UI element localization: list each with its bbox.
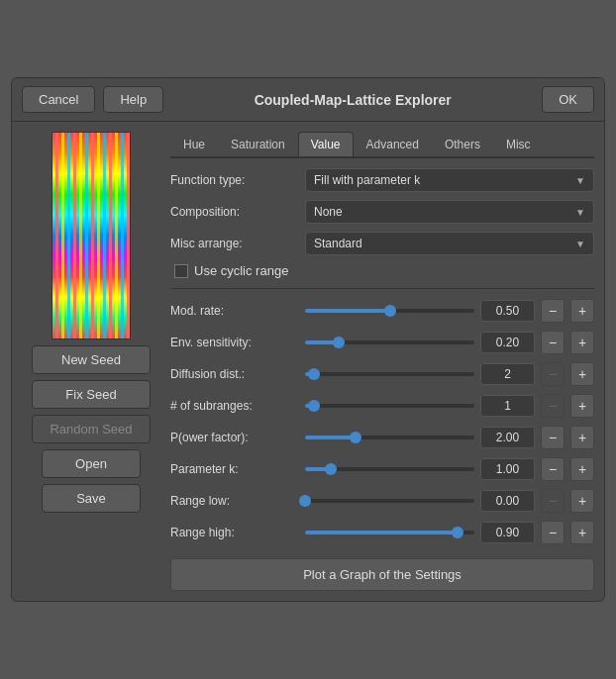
plot-button[interactable]: Plot a Graph of the Settings	[170, 558, 594, 591]
divider-1	[170, 288, 594, 289]
range-high-input[interactable]	[480, 522, 535, 543]
power-factor-input[interactable]	[480, 427, 535, 448]
composition-arrow: ▼	[575, 207, 585, 218]
titlebar: Cancel Help Coupled-Map-Lattice Explorer…	[12, 78, 604, 122]
mod-rate-fill	[305, 309, 390, 313]
range-high-slider-container	[305, 531, 474, 534]
help-button[interactable]: Help	[103, 86, 163, 113]
range-high-minus[interactable]: −	[541, 521, 565, 544]
function-type-dropdown[interactable]: Fill with parameter k ▼	[305, 168, 594, 192]
power-factor-label: P(ower factor):	[170, 431, 299, 444]
subranges-thumb[interactable]	[308, 400, 320, 412]
range-low-input[interactable]	[480, 490, 535, 512]
mod-rate-slider[interactable]	[305, 309, 474, 313]
range-low-row: Range low: − +	[170, 489, 594, 513]
range-low-thumb[interactable]	[299, 495, 311, 507]
parameter-k-minus[interactable]: −	[541, 457, 565, 481]
tab-others[interactable]: Others	[432, 132, 493, 156]
misc-arrange-value: Standard	[314, 237, 362, 250]
ok-button[interactable]: OK	[542, 86, 594, 113]
env-sensitivity-label: Env. sensitivity:	[170, 336, 299, 349]
env-sensitivity-plus[interactable]: +	[570, 331, 594, 354]
power-factor-plus[interactable]: +	[570, 426, 594, 449]
range-high-plus[interactable]: +	[570, 521, 594, 544]
tab-misc[interactable]: Misc	[493, 132, 544, 156]
function-type-row: Function type: Fill with parameter k ▼	[170, 168, 594, 192]
subranges-minus[interactable]: −	[541, 394, 565, 418]
tab-hue[interactable]: Hue	[170, 132, 218, 156]
function-type-value: Fill with parameter k	[314, 173, 420, 187]
open-button[interactable]: Open	[42, 449, 141, 478]
mod-rate-row: Mod. rate: − +	[170, 299, 594, 323]
diffusion-dist-label: Diffusion dist.:	[170, 367, 299, 381]
new-seed-button[interactable]: New Seed	[32, 345, 151, 374]
subranges-slider[interactable]	[305, 404, 474, 408]
cancel-button[interactable]: Cancel	[22, 86, 95, 113]
misc-arrange-arrow: ▼	[575, 239, 585, 249]
env-sensitivity-thumb[interactable]	[333, 337, 345, 348]
main-window: Cancel Help Coupled-Map-Lattice Explorer…	[11, 77, 605, 602]
mod-rate-label: Mod. rate:	[170, 304, 299, 318]
mod-rate-slider-container	[305, 309, 474, 313]
cyclic-range-checkbox[interactable]	[174, 264, 188, 278]
mod-rate-minus[interactable]: −	[541, 299, 565, 323]
range-high-slider[interactable]	[305, 531, 474, 534]
range-high-label: Range high:	[170, 526, 299, 539]
composition-dropdown[interactable]: None ▼	[305, 200, 594, 224]
cyclic-range-row: Use cyclic range	[170, 263, 594, 278]
range-low-label: Range low:	[170, 494, 299, 508]
save-button[interactable]: Save	[42, 484, 141, 513]
mod-rate-input[interactable]	[480, 300, 535, 322]
parameter-k-plus[interactable]: +	[570, 457, 594, 481]
env-sensitivity-minus[interactable]: −	[541, 331, 565, 354]
composition-value: None	[314, 205, 343, 219]
subranges-plus[interactable]: +	[570, 394, 594, 418]
preview-image	[51, 132, 131, 340]
window-title: Coupled-Map-Lattice Explorer	[171, 92, 534, 108]
parameter-k-slider[interactable]	[305, 467, 474, 471]
random-seed-button[interactable]: Random Seed	[32, 415, 151, 443]
fix-seed-button[interactable]: Fix Seed	[32, 380, 151, 409]
range-low-plus[interactable]: +	[570, 489, 594, 513]
parameter-k-thumb[interactable]	[325, 463, 337, 475]
diffusion-dist-slider-container	[305, 372, 474, 376]
tabs-container: Hue Saturation Value Advanced Others Mis…	[170, 132, 594, 158]
function-type-label: Function type:	[170, 173, 299, 187]
tab-advanced[interactable]: Advanced	[354, 132, 432, 156]
env-sensitivity-slider-container	[305, 340, 474, 344]
range-high-row: Range high: − +	[170, 521, 594, 544]
diffusion-dist-thumb[interactable]	[308, 368, 320, 380]
misc-arrange-dropdown[interactable]: Standard ▼	[305, 232, 594, 255]
env-sensitivity-slider[interactable]	[305, 340, 474, 344]
range-high-thumb[interactable]	[452, 527, 463, 538]
power-factor-fill	[305, 436, 356, 439]
power-factor-slider[interactable]	[305, 436, 474, 439]
diffusion-dist-minus[interactable]: −	[541, 362, 565, 386]
cyclic-range-label: Use cyclic range	[194, 263, 288, 278]
composition-label: Composition:	[170, 205, 299, 219]
parameter-k-label: Parameter k:	[170, 462, 299, 476]
content-area: New Seed Fix Seed Random Seed Open Save …	[12, 122, 604, 601]
mod-rate-thumb[interactable]	[384, 305, 396, 317]
range-low-slider[interactable]	[305, 499, 474, 503]
misc-arrange-label: Misc arrange:	[170, 237, 299, 250]
range-high-fill	[305, 531, 458, 534]
diffusion-dist-input[interactable]	[480, 363, 535, 385]
env-sensitivity-input[interactable]	[480, 332, 535, 353]
tab-saturation[interactable]: Saturation	[218, 132, 298, 156]
diffusion-dist-slider[interactable]	[305, 372, 474, 376]
left-panel: New Seed Fix Seed Random Seed Open Save	[22, 132, 160, 591]
range-low-minus[interactable]: −	[541, 489, 565, 513]
diffusion-dist-plus[interactable]: +	[570, 362, 594, 386]
env-sensitivity-row: Env. sensitivity: − +	[170, 331, 594, 354]
power-factor-minus[interactable]: −	[541, 426, 565, 449]
subranges-input[interactable]	[480, 395, 535, 417]
tab-value[interactable]: Value	[298, 132, 354, 156]
subranges-row: # of subranges: − +	[170, 394, 594, 418]
power-factor-thumb[interactable]	[350, 432, 361, 443]
parameter-k-input[interactable]	[480, 458, 535, 480]
power-factor-row: P(ower factor): − +	[170, 426, 594, 449]
mod-rate-plus[interactable]: +	[570, 299, 594, 323]
composition-row: Composition: None ▼	[170, 200, 594, 224]
settings-area: Function type: Fill with parameter k ▼ C…	[170, 168, 594, 591]
